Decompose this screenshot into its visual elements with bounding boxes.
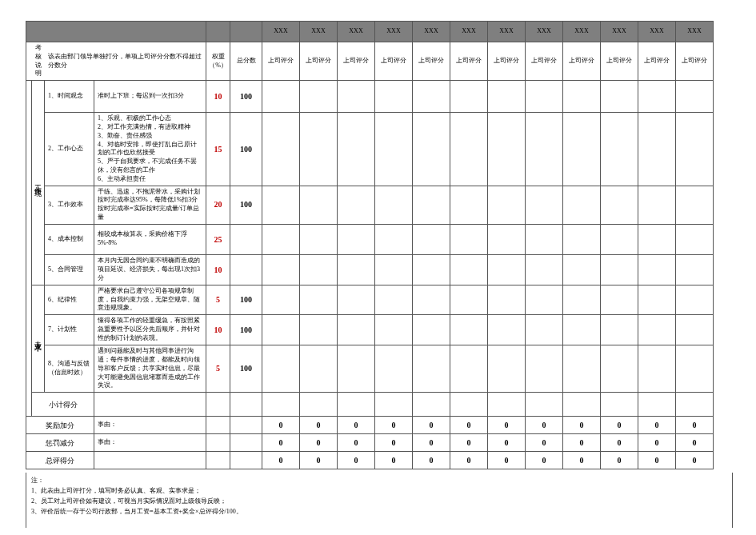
rater-label-0: 上司评分: [262, 42, 300, 81]
rater-name-3: XXX: [375, 22, 413, 42]
item-total: 100: [230, 81, 262, 113]
rater-name-10: XXX: [638, 22, 676, 42]
item-row: 5、合同管理 本月内无因合同约束不明确而造成的项目延误、经济损失，每出现1次扣3…: [26, 254, 714, 285]
summary-label: 惩罚减分: [26, 434, 94, 452]
item-total: 100: [230, 186, 262, 224]
rater-name-1: XXX: [300, 22, 338, 42]
item-weight: 5: [206, 345, 230, 393]
rater-name-8: XXX: [563, 22, 601, 42]
item-row: 2、工作心态 1、乐观、积极的工作心态 2、对工作充满热情，有进取精神 3、勤奋…: [26, 113, 714, 186]
rater-name-4: XXX: [413, 22, 450, 42]
item-no: 3、工作效率: [45, 186, 94, 224]
item-no: 2、工作心态: [45, 113, 94, 186]
item-total: [230, 254, 262, 285]
item-desc: 严格要求自己遵守公司各项规章制度，自我约束力强，无架空规章、随意违规现象。: [94, 285, 206, 314]
total-label: 总分数: [230, 42, 262, 81]
notes-line: 1、此表由上司评打分，填写时务必认真、客观、实事求是；: [31, 486, 727, 497]
item-total: [230, 224, 262, 254]
rater-name-7: XXX: [526, 22, 563, 42]
item-row: 专业水平 6、纪律性 严格要求自己遵守公司各项规章制度，自我约束力强，无架空规章…: [26, 285, 714, 314]
item-weight: 25: [206, 224, 230, 254]
rater-label-8: 上司评分: [563, 42, 601, 81]
rater-label-6: 上司评分: [488, 42, 526, 81]
item-weight: 20: [206, 186, 230, 224]
subtotal-label: 小计得分: [32, 393, 94, 417]
desc-text: 该表由部门领导单独打分，单项上司评分分数不得超过分数分: [45, 42, 206, 81]
item-desc: 懂得各项工作的轻重缓急，有按照紧急重要性予以区分先后顺序，并针对性的制订计划的表…: [94, 315, 206, 345]
rater-label-2: 上司评分: [338, 42, 375, 81]
notes-line: 2、员工对上司评价如有建议，可视当月实际情况面对上级领导反映；: [31, 497, 727, 507]
header-row-names: XXX XXX XXX XXX XXX XXX XXX XXX XXX XXX …: [26, 22, 714, 42]
item-row: 4、成本控制 相较成本核算表，采购价格下浮5%-8% 25: [26, 224, 714, 254]
item-no: 7、计划性: [45, 315, 94, 345]
rater-label-4: 上司评分: [413, 42, 450, 81]
rater-label-9: 上司评分: [601, 42, 638, 81]
evaluation-table: XXX XXX XXX XXX XXX XXX XXX XXX XXX XXX …: [26, 21, 714, 469]
item-total: 100: [230, 113, 262, 186]
notes-title: 注：: [31, 476, 727, 486]
summary-label: 奖励加分: [26, 417, 94, 434]
summary-label: 总评得分: [26, 452, 94, 469]
desc-label: 考核说明: [32, 42, 45, 81]
rater-name-0: XXX: [262, 22, 300, 42]
rater-name-11: XXX: [676, 22, 714, 42]
item-no: 8、沟通与反馈（信息时效）: [45, 345, 94, 393]
rater-name-5: XXX: [450, 22, 488, 42]
subtotal-row: 小计得分: [26, 393, 714, 417]
notes-line: 3、评价后统一存于公司行政部，当月工资=基本工资+奖金×总评得分/100。: [31, 507, 727, 517]
item-no: 5、合同管理: [45, 254, 94, 285]
item-weight: 10: [206, 254, 230, 285]
item-weight: 10: [206, 315, 230, 345]
rater-label-7: 上司评分: [526, 42, 563, 81]
notes-block: 注： 1、此表由上司评打分，填写时务必认真、客观、实事求是； 2、员工对上司评价…: [26, 473, 733, 528]
item-no: 4、成本控制: [45, 224, 94, 254]
summary-reason: 事由：: [94, 434, 206, 452]
rater-name-2: XXX: [338, 22, 375, 42]
summary-row-penalty: 惩罚减分 事由： 00 00 00 00 00 00: [26, 434, 714, 452]
header-row-labels: 考核说明 该表由部门领导单独打分，单项上司评分分数不得超过分数分 权重（%） 总…: [26, 42, 714, 81]
item-total: 100: [230, 285, 262, 314]
item-no: 6、纪律性: [45, 285, 94, 314]
item-row: 8、沟通与反馈（信息时效） 遇到问题能及时与其他同事进行沟通；每件事情的进度，都…: [26, 345, 714, 393]
summary-row-reward: 奖励加分 事由： 00 00 00 00 00 00: [26, 417, 714, 434]
item-weight: 15: [206, 113, 230, 186]
rater-label-1: 上司评分: [300, 42, 338, 81]
item-desc: 1、乐观、积极的工作心态 2、对工作充满热情，有进取精神 3、勤奋、责任感强 4…: [94, 113, 206, 186]
item-total: 100: [230, 315, 262, 345]
summary-row-total: 总评得分 00 00 00 00 00 00: [26, 452, 714, 469]
category-label-0: 工作表现: [32, 81, 45, 285]
item-desc: 本月内无因合同约束不明确而造成的项目延误、经济损失，每出现1次扣3分: [94, 254, 206, 285]
weight-label: 权重（%）: [206, 42, 230, 81]
item-desc: 准时上下班；每迟到一次扣3分: [94, 81, 206, 113]
item-desc: 相较成本核算表，采购价格下浮5%-8%: [94, 224, 206, 254]
rater-name-9: XXX: [601, 22, 638, 42]
item-total: 100: [230, 345, 262, 393]
item-weight: 5: [206, 285, 230, 314]
item-no: 1、时间观念: [45, 81, 94, 113]
category-label-1: 专业水平: [32, 285, 45, 392]
rater-label-11: 上司评分: [676, 42, 714, 81]
item-weight: 10: [206, 81, 230, 113]
item-desc: 遇到问题能及时与其他同事进行沟通；每件事情的进度，都能及时向领导和客户反馈；共享…: [94, 345, 206, 393]
rater-label-3: 上司评分: [375, 42, 413, 81]
item-row: 3、工作效率 干练、迅速，不拖泥带水，采购计划按时完成率达95%，每降低1%扣3…: [26, 186, 714, 224]
rater-label-5: 上司评分: [450, 42, 488, 81]
rater-label-10: 上司评分: [638, 42, 676, 81]
item-desc: 干练、迅速，不拖泥带水，采购计划按时完成率达95%，每降低1%扣3分 按时完成率…: [94, 186, 206, 224]
item-row: 7、计划性 懂得各项工作的轻重缓急，有按照紧急重要性予以区分先后顺序，并针对性的…: [26, 315, 714, 345]
rater-name-6: XXX: [488, 22, 526, 42]
summary-reason: 事由：: [94, 417, 206, 434]
item-row: 工作表现 1、时间观念 准时上下班；每迟到一次扣3分 10 100: [26, 81, 714, 113]
summary-reason: [94, 452, 206, 469]
